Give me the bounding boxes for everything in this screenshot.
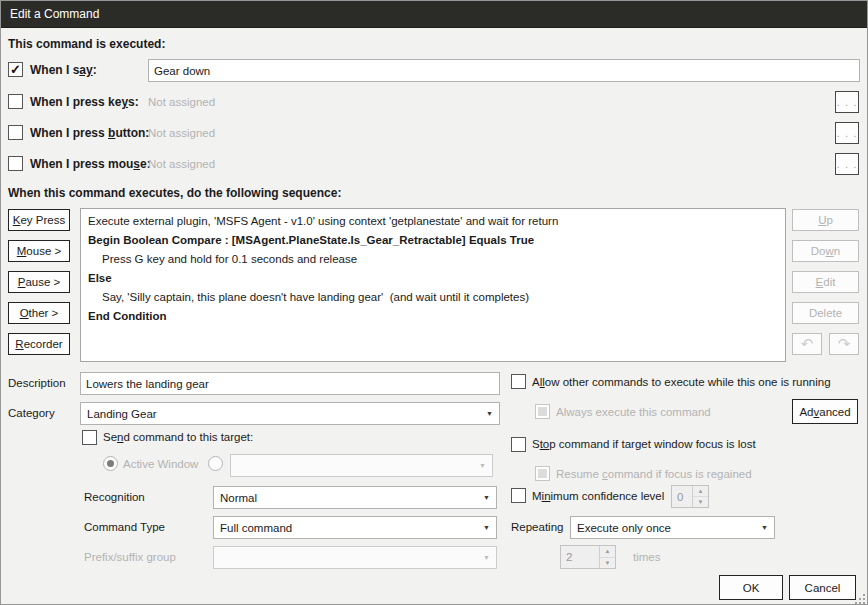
mouse-menu-button[interactable]: Mouse > (8, 240, 70, 262)
action-sequence-list[interactable]: Execute external plugin, 'MSFS Agent - v… (80, 208, 786, 362)
category-value: Landing Gear (87, 408, 157, 420)
cancel-button[interactable]: Cancel (789, 575, 856, 600)
target-window-select: ▼ (230, 454, 493, 477)
always-execute-checkbox (535, 404, 550, 419)
disabled-checkbox-fill (538, 407, 547, 416)
repeating-label: Repeating (511, 521, 563, 533)
spinner-down-icon: ▼ (600, 558, 615, 569)
redo-button: ↷ (829, 333, 859, 355)
sequence-item[interactable]: End Condition (88, 307, 778, 326)
active-window-label: Active Window (123, 458, 198, 470)
move-up-button: Up (792, 209, 859, 231)
spoken-phrase-value: Gear down (154, 65, 210, 77)
sequence-item[interactable]: Say, 'Silly captain, this plane doesn't … (88, 288, 778, 307)
stop-on-focus-lost-label: Stop command if target window focus is l… (532, 438, 756, 450)
description-input[interactable]: Lowers the landing gear (80, 372, 500, 395)
radio-dot (107, 460, 114, 467)
dropdown-arrow-icon: ▼ (483, 494, 490, 501)
min-confidence-spinner: 0 ▲ ▼ (671, 485, 709, 508)
description-label: Description (8, 377, 66, 389)
description-value: Lowers the landing gear (86, 378, 209, 390)
allow-other-commands-checkbox[interactable] (511, 374, 526, 389)
other-menu-button[interactable]: Other > (8, 302, 70, 324)
disabled-checkbox-fill (538, 469, 547, 478)
min-confidence-value: 0 (672, 486, 692, 507)
mouse-assignment-value: Not assigned (148, 158, 215, 170)
pause-menu-button[interactable]: Pause > (8, 271, 70, 293)
repeat-times-spinner: 2 ▲ ▼ (560, 545, 616, 569)
dropdown-arrow-icon: ▼ (483, 554, 490, 561)
command-type-select[interactable]: Full command ▼ (213, 516, 497, 539)
window-titlebar[interactable]: Edit a Command (0, 0, 868, 28)
spoken-phrase-input[interactable]: Gear down (148, 59, 860, 82)
dropdown-arrow-icon: ▼ (483, 524, 490, 531)
spinner-up-icon: ▲ (600, 546, 615, 558)
edit-action-button: Edit (792, 271, 859, 293)
allow-other-commands-label: Allow other commands to execute while th… (532, 376, 831, 388)
sequence-item[interactable]: Execute external plugin, 'MSFS Agent - v… (88, 212, 778, 231)
delete-action-button: Delete (792, 302, 859, 324)
min-confidence-label: Minimum confidence level (532, 490, 664, 502)
dropdown-arrow-icon: ▼ (761, 524, 768, 531)
spinner-down-icon: ▼ (693, 497, 708, 507)
undo-icon: ↶ (801, 335, 814, 353)
move-down-button: Down (792, 240, 859, 262)
send-to-target-checkbox[interactable] (82, 430, 97, 445)
recognition-select[interactable]: Normal ▼ (213, 486, 497, 509)
browse-mouse-button[interactable]: . . . (835, 153, 859, 175)
when-i-press-mouse-label: When I press mouse: (30, 157, 151, 171)
when-i-press-mouse-checkbox[interactable] (8, 156, 23, 171)
always-execute-label: Always execute this command (556, 406, 711, 418)
command-type-label: Command Type (84, 521, 165, 533)
recognition-label: Recognition (84, 491, 145, 503)
spinner-up-icon: ▲ (693, 486, 708, 497)
repeating-select[interactable]: Execute only once ▼ (570, 516, 775, 539)
prefix-suffix-label: Prefix/suffix group (84, 551, 176, 563)
resume-on-focus-label: Resume command if focus is regained (556, 468, 752, 480)
dropdown-arrow-icon: ▼ (479, 462, 486, 469)
executed-heading: This command is executed: (8, 37, 165, 51)
times-label: times (633, 551, 660, 563)
active-window-radio (103, 456, 118, 471)
browse-button-button[interactable]: . . . (835, 122, 859, 144)
when-i-press-keys-checkbox[interactable] (8, 94, 23, 109)
checkmark-icon: ✓ (10, 63, 21, 76)
when-i-press-keys-label: When I press keys: (30, 95, 139, 109)
send-to-target-label: Send command to this target: (103, 431, 253, 443)
repeating-value: Execute only once (577, 522, 671, 534)
ok-button[interactable]: OK (719, 575, 783, 600)
resize-grip[interactable] (854, 593, 866, 605)
advanced-button[interactable]: Advanced (792, 399, 858, 424)
dropdown-arrow-icon: ▼ (486, 410, 493, 417)
window-title: Edit a Command (10, 7, 99, 21)
recorder-button[interactable]: Recorder (8, 333, 70, 355)
category-label: Category (8, 407, 55, 419)
prefix-suffix-select: ▼ (213, 546, 497, 569)
sequence-heading: When this command executes, do the follo… (8, 186, 341, 200)
min-confidence-checkbox[interactable] (511, 488, 526, 503)
repeat-times-value: 2 (561, 546, 599, 568)
recognition-value: Normal (220, 492, 257, 504)
specific-window-radio (208, 456, 223, 471)
browse-keys-button[interactable]: . . . (835, 91, 859, 113)
redo-icon: ↷ (838, 335, 851, 353)
resume-on-focus-checkbox (535, 466, 550, 481)
keys-assignment-value: Not assigned (148, 96, 215, 108)
when-i-press-button-checkbox[interactable] (8, 125, 23, 140)
undo-button: ↶ (792, 333, 822, 355)
stop-on-focus-lost-checkbox[interactable] (511, 437, 526, 452)
sequence-item[interactable]: Press G key and hold for 0.1 seconds and… (88, 250, 778, 269)
key-press-button[interactable]: Key Press (8, 209, 70, 231)
category-select[interactable]: Landing Gear ▼ (80, 402, 500, 425)
when-i-say-label: When I say: (30, 63, 97, 77)
when-i-say-checkbox[interactable]: ✓ (8, 62, 23, 77)
when-i-press-button-label: When I press button: (30, 126, 149, 140)
sequence-item[interactable]: Begin Boolean Compare : [MSAgent.PlaneSt… (88, 231, 778, 250)
button-assignment-value: Not assigned (148, 127, 215, 139)
sequence-item[interactable]: Else (88, 269, 778, 288)
command-type-value: Full command (220, 522, 292, 534)
